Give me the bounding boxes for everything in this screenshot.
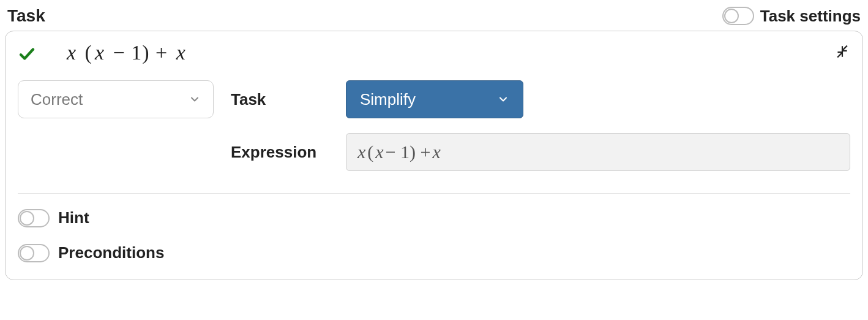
task-settings-toggle[interactable] (722, 7, 754, 25)
expression-label: Expression (231, 143, 329, 162)
task-type-select-value: Simplify (360, 90, 416, 109)
task-label: Task (231, 90, 329, 109)
task-fields-grid: Correct Task Simplify Expression x(x − 1… (18, 80, 850, 171)
task-type-select[interactable]: Simplify (346, 80, 523, 118)
preconditions-row: Preconditions (18, 243, 850, 262)
status-select-value: Correct (31, 90, 83, 109)
task-settings-label: Task settings (760, 7, 861, 26)
hint-toggle[interactable] (18, 209, 50, 227)
preconditions-toggle[interactable] (18, 244, 50, 262)
hint-row: Hint (18, 208, 850, 227)
chevron-down-icon (189, 93, 201, 105)
task-panel: x (x − 1) + x Correct Task Simplify (5, 31, 863, 280)
toggle-knob (20, 246, 34, 261)
task-header-expression: x (x − 1) + x (67, 41, 811, 64)
header-bar: Task Task settings (5, 6, 863, 31)
expression-input[interactable]: x(x − 1) + x (346, 133, 850, 171)
status-select[interactable]: Correct (18, 80, 214, 118)
hint-label: Hint (58, 208, 89, 227)
toggle-knob (20, 211, 34, 226)
task-header-row: x (x − 1) + x (18, 41, 850, 64)
check-icon (18, 45, 52, 63)
page-title: Task (7, 6, 45, 26)
task-settings-group: Task settings (722, 7, 861, 26)
divider (18, 193, 850, 194)
toggle-knob (724, 9, 739, 23)
chevron-down-icon (497, 93, 509, 105)
preconditions-label: Preconditions (58, 243, 164, 262)
collapse-icon[interactable] (826, 44, 850, 59)
